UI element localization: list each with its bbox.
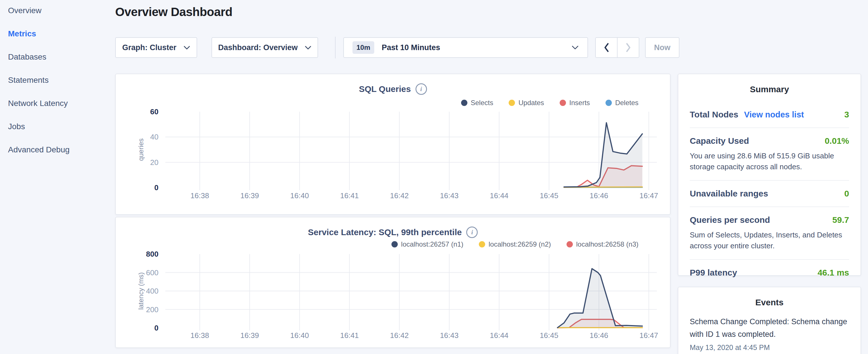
time-range-label: Past 10 Minutes [382, 43, 564, 52]
svg-text:16:47: 16:47 [640, 191, 658, 200]
summary-value: 3 [844, 110, 849, 120]
time-range-nav [595, 37, 639, 58]
svg-text:16:38: 16:38 [191, 331, 209, 340]
svg-text:16:42: 16:42 [390, 191, 409, 200]
summary-panel: Summary Total NodesView nodes list3Capac… [678, 74, 861, 276]
svg-text:400: 400 [146, 287, 158, 295]
svg-text:16:44: 16:44 [490, 331, 508, 340]
svg-text:16:44: 16:44 [490, 191, 508, 200]
graph-selector-dropdown[interactable]: Graph: Cluster [115, 37, 197, 58]
summary-value: 59.7 [833, 215, 849, 225]
event-text: Schema Change Completed: Schema change w… [690, 315, 849, 341]
sidebar-item-statements[interactable]: Statements [0, 68, 115, 92]
time-range-badge: 10m [352, 41, 374, 54]
chevron-down-icon [183, 45, 190, 50]
svg-text:16:45: 16:45 [539, 191, 558, 200]
chart-plot[interactable]: 16:3816:3916:4016:4116:4216:4316:4416:45… [116, 217, 671, 349]
svg-text:0: 0 [154, 324, 158, 332]
svg-text:16:46: 16:46 [589, 191, 608, 200]
svg-text:40: 40 [150, 133, 158, 141]
svg-text:16:39: 16:39 [241, 191, 259, 200]
summary-row: Queries per second59.7Sum of Selects, Up… [690, 207, 849, 260]
events-title: Events [690, 297, 849, 307]
time-range-dropdown[interactable]: 10m Past 10 Minutes [343, 37, 588, 58]
svg-text:16:40: 16:40 [290, 331, 309, 340]
summary-value: 0 [844, 189, 849, 198]
summary-row: Capacity Used0.01%You are using 28.6 MiB… [690, 128, 849, 181]
svg-text:16:45: 16:45 [539, 331, 558, 340]
svg-text:16:42: 16:42 [390, 331, 409, 340]
chevron-down-icon [305, 45, 311, 50]
summary-row: Total NodesView nodes list3 [690, 102, 849, 128]
sidebar-item-jobs[interactable]: Jobs [0, 115, 115, 138]
page-title: Overview Dashboard [115, 5, 232, 19]
dashboard-selector-label: Dashboard: Overview [218, 43, 298, 52]
svg-text:16:47: 16:47 [640, 331, 658, 340]
svg-text:16:46: 16:46 [589, 331, 608, 340]
svg-text:16:38: 16:38 [191, 191, 209, 200]
dashboard-selector-dropdown[interactable]: Dashboard: Overview [212, 37, 318, 58]
summary-rows: Total NodesView nodes list3Capacity Used… [690, 102, 849, 286]
events-panel: Events Schema Change Completed: Schema c… [678, 287, 861, 354]
svg-text:200: 200 [146, 305, 158, 314]
svg-text:0: 0 [154, 183, 158, 192]
summary-label: Queries per second [690, 215, 770, 225]
summary-label: Unavailable ranges [690, 189, 768, 198]
svg-text:16:43: 16:43 [440, 191, 459, 200]
now-button[interactable]: Now [645, 37, 679, 58]
svg-text:queries: queries [137, 138, 145, 161]
graph-selector-label: Graph: Cluster [122, 43, 176, 52]
previous-range-button[interactable] [596, 38, 618, 57]
summary-row: P99 latency46.1 ms [690, 260, 849, 286]
toolbar-divider [335, 37, 336, 58]
service-latency-chart-card: Service Latency: SQL, 99th percentile i … [115, 217, 671, 348]
event-item: Schema Change Completed: Schema change w… [690, 315, 849, 352]
sidebar-item-network-latency[interactable]: Network Latency [0, 92, 115, 115]
sidebar-nav: OverviewMetricsDatabasesStatementsNetwor… [0, 0, 115, 161]
summary-description: You are using 28.6 MiB of 515.9 GiB usab… [690, 150, 849, 172]
svg-text:latency (ms): latency (ms) [137, 272, 145, 310]
next-range-button[interactable] [618, 38, 639, 57]
summary-title: Summary [690, 85, 849, 94]
svg-text:16:40: 16:40 [290, 191, 309, 200]
chevron-left-icon [603, 43, 609, 53]
summary-row: Unavailable ranges0 [690, 181, 849, 207]
summary-description: Sum of Selects, Updates, Inserts, and De… [690, 229, 849, 251]
summary-value: 0.01% [825, 136, 849, 146]
svg-text:800: 800 [146, 250, 158, 258]
svg-text:16:41: 16:41 [340, 331, 359, 340]
event-timestamp: May 13, 2020 at 4:45 PM [690, 344, 849, 352]
chevron-down-icon [571, 45, 579, 50]
summary-label: Total Nodes [690, 110, 738, 120]
events-list: Schema Change Completed: Schema change w… [690, 315, 849, 352]
view-nodes-list-link[interactable]: View nodes list [744, 110, 804, 120]
sidebar: OverviewMetricsDatabasesStatementsNetwor… [0, 0, 115, 354]
chart-plot[interactable]: 16:3816:3916:4016:4116:4216:4316:4416:45… [116, 74, 671, 215]
svg-text:60: 60 [150, 107, 158, 116]
svg-text:16:39: 16:39 [241, 331, 259, 340]
svg-text:16:41: 16:41 [340, 191, 359, 200]
sidebar-item-overview[interactable]: Overview [0, 0, 115, 22]
summary-value: 46.1 ms [817, 268, 849, 278]
summary-label: P99 latency [690, 268, 737, 278]
svg-text:20: 20 [150, 158, 158, 167]
sidebar-item-metrics[interactable]: Metrics [0, 22, 115, 45]
svg-text:600: 600 [146, 268, 158, 277]
sidebar-item-advanced-debug[interactable]: Advanced Debug [0, 138, 115, 161]
summary-label: Capacity Used [690, 136, 749, 146]
svg-text:16:43: 16:43 [440, 331, 459, 340]
sql-queries-chart-card: SQL Queries i SelectsUpdatesInsertsDelet… [115, 74, 671, 215]
sidebar-item-databases[interactable]: Databases [0, 45, 115, 68]
chevron-right-icon [625, 43, 631, 53]
